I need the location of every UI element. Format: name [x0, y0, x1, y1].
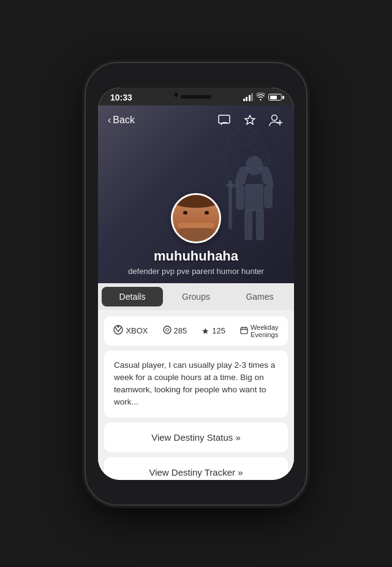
bio-text: Casual player, I can usually play 2-3 ti… — [114, 360, 275, 407]
profile-tagline: defender pvp pve parent humor hunter — [116, 267, 276, 276]
tab-games[interactable]: Games — [229, 287, 290, 306]
content-area: XBOX 285 ★ 125 — [98, 310, 294, 480]
destiny-status-button[interactable]: View Destiny Status » — [104, 422, 288, 452]
xbox-icon — [113, 325, 123, 337]
hero-section: ‹ Back — [98, 105, 294, 283]
back-label: Back — [113, 115, 135, 126]
tab-details[interactable]: Details — [102, 287, 163, 306]
signal-icon — [243, 93, 254, 101]
phone-frame: 10:33 — [86, 63, 306, 504]
status-bar: 10:33 — [98, 88, 294, 105]
back-button[interactable]: ‹ Back — [108, 115, 135, 126]
status-time: 10:33 — [110, 93, 132, 102]
svg-rect-15 — [241, 327, 247, 333]
svg-point-13 — [118, 326, 119, 328]
bio-card: Casual player, I can usually play 2-3 ti… — [104, 351, 288, 417]
profile-center: muhuhuhaha defender pvp pve parent humor… — [98, 193, 294, 283]
profile-username: muhuhuhaha — [154, 248, 238, 264]
grimoire-stat: 285 — [163, 325, 187, 336]
availability-stat: Weekday Evenings — [240, 324, 279, 338]
avatar — [171, 193, 221, 243]
wifi-icon — [256, 93, 265, 102]
battery-icon — [268, 94, 282, 101]
rating-value: 125 — [212, 326, 225, 335]
nav-bar: ‹ Back — [98, 105, 294, 135]
star-button[interactable] — [241, 112, 258, 129]
star-filled-icon: ★ — [202, 326, 209, 336]
phone-screen: 10:33 — [98, 88, 294, 480]
grimoire-value: 285 — [174, 326, 187, 335]
calendar-icon — [240, 326, 248, 336]
svg-rect-8 — [219, 115, 230, 123]
tab-groups[interactable]: Groups — [165, 287, 227, 306]
destiny-tracker-button[interactable]: View Destiny Tracker » — [104, 457, 288, 480]
rating-stat: ★ 125 — [202, 326, 225, 336]
add-friend-button[interactable] — [267, 112, 284, 129]
nav-actions — [216, 112, 284, 129]
chevron-left-icon: ‹ — [108, 115, 111, 126]
grimoire-icon — [163, 325, 172, 336]
platform-label: XBOX — [126, 326, 148, 335]
status-icons — [243, 93, 282, 102]
message-button[interactable] — [216, 112, 233, 129]
svg-point-9 — [272, 115, 277, 120]
platform-stat: XBOX — [113, 325, 148, 337]
svg-point-14 — [164, 326, 171, 333]
availability-value: Weekday Evenings — [251, 324, 279, 338]
stats-bar: XBOX 285 ★ 125 — [104, 316, 288, 346]
tabs-bar: Details Groups Games — [98, 283, 294, 310]
